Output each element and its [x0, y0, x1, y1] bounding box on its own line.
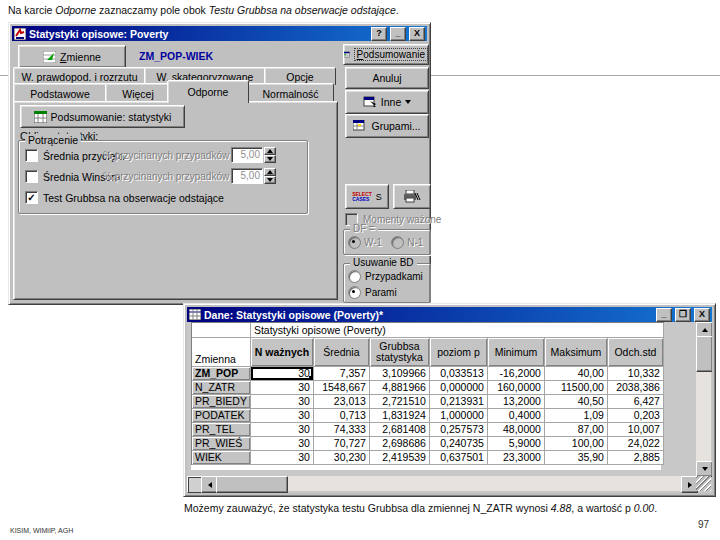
cell[interactable]: 70,727 [314, 437, 370, 451]
row-label[interactable]: WIEK [192, 451, 251, 465]
close-icon[interactable]: X [409, 27, 425, 41]
cell[interactable]: 0,000000 [430, 381, 488, 395]
spin-up-icon[interactable] [264, 147, 276, 155]
trimmed-mean-checkbox[interactable] [25, 149, 38, 162]
col-header-grubbs[interactable]: Grubbsa statystyka [370, 338, 430, 367]
vertical-scroll-thumb[interactable] [696, 336, 712, 372]
cell[interactable]: 2,885 [608, 451, 664, 465]
dialog-titlebar[interactable]: Statystyki opisowe: Poverty ? _ X [12, 26, 427, 41]
cell[interactable]: 10,007 [608, 423, 664, 437]
cell[interactable]: 1,831924 [370, 409, 430, 423]
row-label[interactable]: PR_BIEDY [192, 395, 251, 409]
tab-wiecej[interactable]: Więcej [105, 83, 171, 103]
cell[interactable]: 0,637501 [430, 451, 488, 465]
cell[interactable]: 48,0000 [488, 423, 545, 437]
spin-down-icon[interactable] [264, 176, 276, 184]
minimize-button[interactable]: _ [656, 308, 672, 322]
horizontal-scrollbar[interactable] [187, 476, 696, 491]
cell[interactable]: 30 [251, 381, 314, 395]
select-cases-button[interactable]: SELECT CASES S [345, 184, 389, 209]
cell[interactable]: 2038,386 [608, 381, 664, 395]
cell[interactable]: 0,203 [608, 409, 664, 423]
cell[interactable]: 7,357 [314, 367, 370, 381]
summary-statistics-button[interactable]: Podsumowanie: statystyki [20, 105, 185, 128]
row-label[interactable]: PR_WIEŚ [192, 437, 251, 451]
cell[interactable]: 23,013 [314, 395, 370, 409]
cancel-button[interactable]: Anuluj [345, 67, 429, 89]
cell[interactable]: 2,698686 [370, 437, 430, 451]
cell[interactable]: 0,4000 [488, 409, 545, 423]
cell[interactable]: 30 [251, 367, 314, 381]
row-label[interactable]: N_ZATR [192, 381, 251, 395]
col-header-p[interactable]: poziom p [430, 338, 488, 367]
cell[interactable]: 11500,00 [545, 381, 608, 395]
cell[interactable]: 100,00 [545, 437, 608, 451]
close-icon[interactable]: X [694, 308, 710, 322]
cell[interactable]: 2,721510 [370, 395, 430, 409]
help-button[interactable]: ? [371, 27, 387, 41]
cell[interactable]: 24,022 [608, 437, 664, 451]
summary-statistics-icon [34, 111, 47, 123]
cell[interactable]: 30 [251, 423, 314, 437]
col-header-std[interactable]: Odch.std [608, 338, 664, 367]
cell[interactable]: 30 [251, 437, 314, 451]
resize-grip[interactable] [696, 476, 711, 491]
cell[interactable]: 1,000000 [430, 409, 488, 423]
cell[interactable]: 6,427 [608, 395, 664, 409]
tab-odporne-active[interactable]: Odporne [167, 80, 249, 103]
cell[interactable]: 10,332 [608, 367, 664, 381]
spin-up-icon[interactable] [264, 168, 276, 176]
cell[interactable]: 74,333 [314, 423, 370, 437]
cell[interactable]: 13,2000 [488, 395, 545, 409]
tab-normalnosc[interactable]: Normalność [247, 83, 334, 103]
row-label[interactable]: PODATEK [192, 409, 251, 423]
cell[interactable]: 40,00 [545, 367, 608, 381]
tab-podstawowe[interactable]: Podstawowe [13, 83, 107, 103]
cell[interactable]: 4,881966 [370, 381, 430, 395]
cell[interactable]: -16,2000 [488, 367, 545, 381]
winsor-mean-checkbox[interactable] [25, 170, 38, 183]
spin-down-icon[interactable] [264, 155, 276, 163]
results-titlebar[interactable]: Dane: Statystyki opisowe (Poverty)* _ ❐ … [187, 307, 712, 322]
col-header-mean[interactable]: Średnia [314, 338, 370, 367]
cell[interactable]: 23,3000 [488, 451, 545, 465]
cell[interactable]: 5,9000 [488, 437, 545, 451]
row-label[interactable]: PR_TEL [192, 423, 251, 437]
col-header-max[interactable]: Maksimum [545, 338, 608, 367]
cell[interactable]: 1548,667 [314, 381, 370, 395]
cell[interactable]: 87,00 [545, 423, 608, 437]
summary-button-top[interactable]: Podsumowanie [343, 44, 429, 65]
scroll-down-icon[interactable] [696, 461, 712, 477]
more-button[interactable]: Inne [345, 90, 429, 114]
cell[interactable]: 40,50 [545, 395, 608, 409]
cell[interactable]: 0,257573 [430, 423, 488, 437]
grubbs-test-checkbox[interactable]: ✓ [25, 191, 38, 204]
cell[interactable]: 0,213931 [430, 395, 488, 409]
cell[interactable]: 0,240735 [430, 437, 488, 451]
cell[interactable]: 30 [251, 451, 314, 465]
cell[interactable]: 3,109966 [370, 367, 430, 381]
col-header-min[interactable]: Minimum [488, 338, 545, 367]
maximize-button[interactable]: ❐ [675, 308, 691, 322]
md-casewise-radio[interactable] [348, 270, 361, 283]
md-pairwise-radio[interactable] [348, 286, 361, 299]
minimize-button[interactable]: _ [390, 27, 406, 41]
cell[interactable]: 35,90 [545, 451, 608, 465]
cell[interactable]: 30,230 [314, 451, 370, 465]
variables-button[interactable]: Zmienne [18, 45, 126, 68]
cell[interactable]: 160,0000 [488, 381, 545, 395]
cell[interactable]: 30 [251, 395, 314, 409]
cell[interactable]: 2,681408 [370, 423, 430, 437]
cell[interactable]: 0,713 [314, 409, 370, 423]
row-label[interactable]: ZM_POP [192, 367, 251, 381]
col-header-n[interactable]: N ważnych [251, 338, 314, 367]
cell[interactable]: 30 [251, 409, 314, 423]
groups-button[interactable]: Grupami... [345, 114, 429, 138]
horizontal-scroll-thumb[interactable] [216, 476, 288, 493]
print-button[interactable] [393, 184, 431, 209]
cell[interactable]: 0,033513 [430, 367, 488, 381]
table-row: ZM_POP 30 7,357 3,109966 0,033513 -16,20… [192, 367, 664, 381]
cell[interactable]: 2,419539 [370, 451, 430, 465]
vertical-scrollbar[interactable] [696, 322, 711, 475]
cell[interactable]: 1,09 [545, 409, 608, 423]
